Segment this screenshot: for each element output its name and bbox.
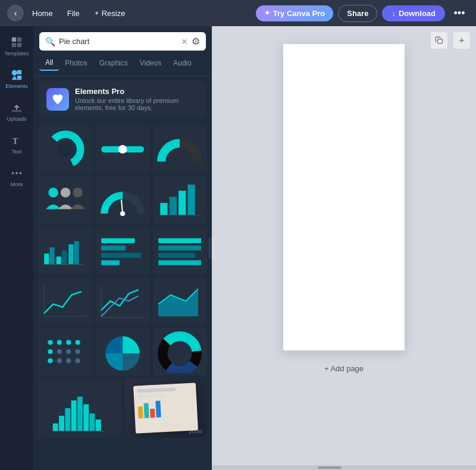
promo-text: Elements Pro Unlock our entire library o… [75,87,199,111]
list-item[interactable] [95,227,149,274]
heart-icon [51,93,64,106]
list-item[interactable] [95,328,149,375]
svg-rect-24 [170,197,177,215]
sidebar-item-uploads[interactable]: Uploads [1,96,32,127]
resize-button[interactable]: ✦ Resize [88,6,131,21]
copy-icon[interactable] [431,32,447,49]
list-item[interactable] [38,176,92,224]
add-page-button[interactable]: + Add page [283,358,405,379]
text-label: Text [12,149,22,155]
list-item[interactable] [153,126,207,173]
try-canva-pro-button[interactable]: ✦ Try Canva Pro [256,5,333,21]
svg-rect-67 [71,400,77,431]
more-options-button[interactable]: ••• [450,4,469,23]
svg-point-57 [75,340,80,344]
bar-chart-icon [155,178,204,221]
svg-rect-31 [61,250,66,265]
top-navigation: ‹ Home File ✦ Resize ✦ Try Canva Pro Sha… [0,0,476,26]
svg-point-10 [12,172,14,174]
list-item[interactable] [153,227,207,274]
svg-rect-39 [158,238,201,243]
promo-banner[interactable]: Elements Pro Unlock our entire library o… [39,81,206,117]
svg-rect-2 [12,43,16,47]
list-item[interactable] [153,328,207,375]
tab-videos[interactable]: Videos [134,56,167,70]
svg-point-17 [118,145,127,153]
svg-rect-25 [178,191,186,215]
file-label: File [67,9,80,18]
list-item[interactable] [153,277,207,325]
svg-rect-37 [101,253,141,258]
download-label: Download [399,9,436,18]
share-button[interactable]: Share [338,5,377,22]
copy-svg-icon [435,36,443,45]
canvas-scroll[interactable]: + Add page [212,26,476,465]
svg-point-19 [60,187,70,197]
sidebar-item-elements[interactable]: Elements [1,64,32,94]
add-page-icon[interactable] [453,32,470,49]
people-chart-icon [41,178,90,221]
horizontal-bar-icon [98,229,147,272]
svg-rect-40 [158,246,201,250]
list-item[interactable] [153,176,207,224]
svg-point-54 [48,358,52,363]
svg-rect-0 [12,37,16,42]
uploads-label: Uploads [7,116,26,122]
svg-rect-41 [158,253,195,258]
tab-all[interactable]: All [39,55,59,71]
download-button[interactable]: ↓ Download [382,5,445,21]
list-item[interactable] [38,126,92,173]
list-item[interactable] [38,328,92,375]
svg-text:T: T [12,136,18,146]
sidebar-item-templates[interactable]: Templates [1,31,32,61]
svg-rect-28 [44,253,49,264]
grid-row-3 [38,227,207,274]
tab-audio[interactable]: Audio [167,56,198,70]
filter-tabs: All Photos Graphics Videos Audio [33,55,212,76]
grid-row-2 [38,176,207,224]
icon-sidebar: Templates Elements Uploads T Text Mo [0,26,33,470]
list-item[interactable] [38,378,121,438]
tab-photos[interactable]: Photos [59,56,93,70]
promo-title: Elements Pro [75,87,199,96]
svg-point-58 [75,349,80,354]
clear-search-icon[interactable]: ✕ [181,37,188,46]
svg-rect-32 [68,245,73,265]
list-item[interactable] [95,277,149,325]
svg-point-15 [57,142,73,158]
templates-icon [10,36,23,49]
home-button[interactable]: Home [26,6,59,21]
sidebar-item-text[interactable]: T Text [1,129,32,159]
filter-icon[interactable]: ⚙ [192,36,200,47]
svg-rect-65 [59,416,64,431]
canvas-horizontal-scrollbar[interactable] [212,465,476,470]
back-button[interactable]: ‹ [7,5,24,21]
grouped-bar-icon [41,229,90,272]
list-item[interactable] [38,227,92,274]
sidebar-item-more[interactable]: More [1,162,32,192]
canvas-area: + Add page [212,26,476,470]
list-item[interactable] [95,126,149,173]
multi-line-chart-icon [98,280,147,322]
svg-rect-69 [83,405,89,431]
pie-chart-icon [98,330,147,373]
list-item[interactable] [38,277,92,325]
file-button[interactable]: File [61,6,86,21]
collapse-panel-button[interactable]: ‹ [208,237,212,259]
grid-row-4 [38,277,207,325]
resize-label: Resize [102,9,126,18]
svg-rect-7 [17,76,21,80]
svg-rect-5 [17,70,21,74]
list-item[interactable]: photo [124,378,208,438]
svg-rect-23 [160,203,167,215]
svg-point-4 [12,70,17,76]
try-label: Try Canva Pro [273,9,325,18]
download-icon: ↓ [392,9,396,18]
svg-rect-71 [96,419,101,431]
svg-marker-47 [158,289,198,316]
grid-row-6: photo [38,378,207,438]
app-body: Templates Elements Uploads T Text Mo [0,26,476,470]
tab-graphics[interactable]: Graphics [93,56,134,70]
list-item[interactable] [95,176,149,224]
search-input[interactable] [59,37,177,46]
